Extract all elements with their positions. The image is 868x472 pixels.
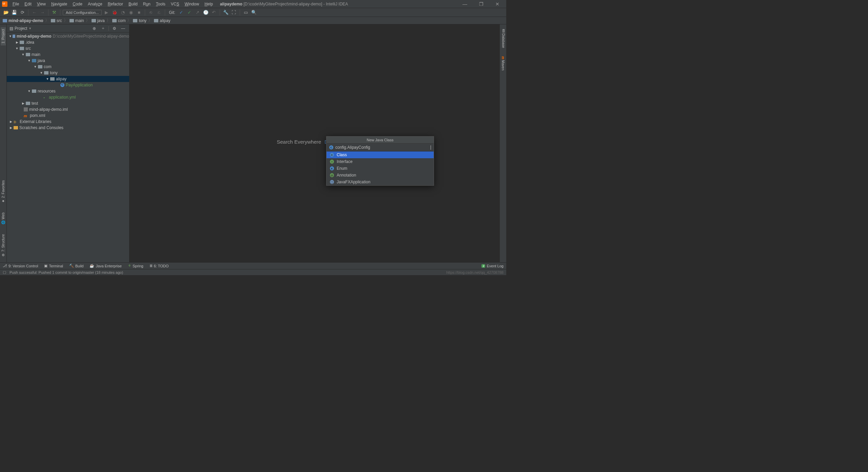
dialog-type-list: CClass IInterface EEnum @Annotation ⬚Jav… [327, 151, 434, 185]
collapse-icon[interactable]: ÷ [100, 25, 106, 32]
project-panel-title[interactable]: Project [15, 26, 27, 31]
editor-area: Search EverywhereDouble Shift New Java C… [130, 24, 499, 262]
coverage-icon[interactable]: ◔ [119, 9, 126, 16]
tree-iml[interactable]: ·mind-alipay-demo.iml [7, 106, 129, 112]
menu-edit[interactable]: Edit [22, 1, 34, 7]
bottom-vcs[interactable]: ⎇ 9: Version Control [3, 264, 38, 268]
gear-icon[interactable]: ⚙ [111, 25, 118, 32]
menu-build[interactable]: Build [126, 1, 140, 7]
refresh-icon[interactable]: ⟳ [19, 9, 26, 16]
tree-java[interactable]: ▼java [7, 58, 129, 64]
minimize-button[interactable]: — [460, 1, 470, 7]
git-push-icon[interactable]: ↗ [194, 9, 201, 16]
bottom-java-enterprise[interactable]: ☕ Java Enterprise [90, 264, 121, 268]
save-icon[interactable]: 💾 [11, 9, 18, 16]
project-panel-header: ▤ Project ▼ ⊕ ÷ ⚙ — [7, 24, 129, 33]
crumb-java[interactable]: java [92, 18, 105, 23]
hide-icon[interactable]: — [120, 25, 126, 32]
tree-alipay[interactable]: ▼alipay [7, 76, 129, 82]
new-java-class-dialog: New Java Class C CClass IInterface EEnum… [326, 136, 434, 186]
bottom-terminal[interactable]: ▣ Terminal [44, 264, 63, 268]
menu-help[interactable]: Help [202, 1, 215, 7]
settings-icon[interactable]: 🔧 [222, 9, 229, 16]
gutter-web[interactable]: 🌐 Web [1, 210, 6, 227]
gutter-project[interactable]: 1: Project [1, 27, 6, 45]
build-icon[interactable]: ⚒ [51, 9, 58, 16]
menu-run[interactable]: Run [141, 1, 153, 7]
crumb-src[interactable]: src [51, 18, 62, 23]
project-structure-icon[interactable]: ⛶ [231, 9, 237, 16]
tree-resources[interactable]: ▼resources [7, 88, 129, 94]
dialog-item-interface[interactable]: IInterface [327, 158, 434, 165]
run-anything-icon[interactable]: ▭ [242, 9, 249, 16]
gutter-database[interactable]: 🗄 Database [500, 27, 506, 50]
right-gutter: 🗄 Database m Maven [499, 24, 506, 262]
menu-window[interactable]: Window [182, 1, 201, 7]
menu-file[interactable]: File [10, 1, 21, 7]
search-icon[interactable]: 🔍 [251, 9, 257, 16]
crumb-com[interactable]: com [112, 18, 126, 23]
maximize-button[interactable]: ❐ [476, 1, 486, 7]
open-icon[interactable]: 📂 [3, 9, 9, 16]
run-config-select[interactable]: Add Configuration... [63, 10, 102, 15]
debug-icon[interactable]: 🐞 [111, 9, 118, 16]
stop-icon[interactable]: ■ [136, 9, 142, 16]
tree-src[interactable]: ▼src [7, 45, 129, 52]
menu-vcs[interactable]: VCS [169, 1, 182, 7]
app-icon [2, 1, 7, 7]
tree-test[interactable]: ▶test [7, 100, 129, 106]
gutter-favorites[interactable]: ★ 2: Favorites [1, 178, 6, 205]
dialog-item-annotation[interactable]: @Annotation [327, 172, 434, 179]
bottom-todo[interactable]: ≣ 6: TODO [150, 264, 169, 268]
bottom-spring[interactable]: ⚘ Spring [128, 264, 143, 268]
profile-icon[interactable]: ◉ [127, 9, 134, 16]
tree-tony[interactable]: ▼tony [7, 70, 129, 76]
menu-refactor[interactable]: Refactor [105, 1, 125, 7]
tree-payapp[interactable]: ·PayApplication [7, 82, 129, 88]
tree-idea[interactable]: ▶.idea [7, 39, 129, 45]
crumb-tony[interactable]: tony [133, 18, 146, 23]
crumb-root[interactable]: mind-alipay-demo [3, 18, 43, 23]
tree-appyml[interactable]: ·application.yml [7, 94, 129, 100]
menu-code[interactable]: Code [70, 1, 85, 7]
gutter-maven[interactable]: m Maven [500, 54, 506, 73]
forward-icon[interactable]: → [39, 9, 46, 16]
project-tree[interactable]: ▼ mind-alipay-demo D:\code\MyGiteeProjec… [7, 33, 129, 262]
tree-pom[interactable]: ·mpom.xml [7, 112, 129, 119]
dialog-item-javafx[interactable]: ⬚JavaFXApplication [327, 179, 434, 185]
tree-com[interactable]: ▼com [7, 64, 129, 70]
back-icon[interactable]: ← [31, 9, 38, 16]
menu-tools[interactable]: Tools [154, 1, 168, 7]
toolbar: 📂 💾 ⟳ ← → ⚒ Add Configuration... ▶ 🐞 ◔ ◉… [0, 8, 506, 17]
git-commit-icon[interactable]: ✓ [186, 9, 193, 16]
attach-icon[interactable]: ⎋ [147, 9, 154, 16]
locate-icon[interactable]: ⊕ [91, 25, 98, 32]
class-icon: C [330, 153, 334, 157]
tree-external-libs[interactable]: ▶⊪External Libraries [7, 119, 129, 125]
tree-root[interactable]: ▼ mind-alipay-demo D:\code\MyGiteeProjec… [7, 33, 129, 39]
bottom-build[interactable]: 🔨 Build [69, 264, 83, 268]
window-title: alipaydemo [D:\code\MyGiteeProject\mind-… [220, 2, 348, 6]
menu-navigate[interactable]: Navigate [49, 1, 70, 7]
dialog-title: New Java Class [327, 137, 434, 144]
dialog-item-enum[interactable]: EEnum [327, 165, 434, 172]
crumb-alipay[interactable]: alipay [154, 18, 170, 23]
class-name-input[interactable] [335, 145, 429, 150]
status-window-icon[interactable]: ▢ [3, 270, 7, 274]
git-history-icon[interactable]: 🕐 [202, 9, 209, 16]
close-button[interactable]: ✕ [493, 1, 502, 7]
dialog-item-class[interactable]: CClass [327, 151, 434, 158]
git-label: Git: [169, 10, 175, 15]
bottom-event-log[interactable]: 2 Event Log [481, 264, 504, 268]
left-gutter: 1: Project ★ 2: Favorites 🌐 Web ⚙ 7: Str… [0, 24, 7, 262]
menu-analyze[interactable]: Analyze [85, 1, 105, 7]
git-pull-icon[interactable]: ✓ [178, 9, 185, 16]
git-revert-icon[interactable]: ↶ [211, 9, 217, 16]
crumb-main[interactable]: main [70, 18, 84, 23]
run-icon[interactable]: ▶ [103, 9, 110, 16]
trace-icon[interactable]: ⎌ [156, 9, 162, 16]
menu-view[interactable]: View [35, 1, 48, 7]
gutter-structure[interactable]: ⚙ 7: Structure [1, 232, 6, 259]
tree-main[interactable]: ▼main [7, 52, 129, 58]
tree-scratches[interactable]: ▶Scratches and Consoles [7, 125, 129, 131]
